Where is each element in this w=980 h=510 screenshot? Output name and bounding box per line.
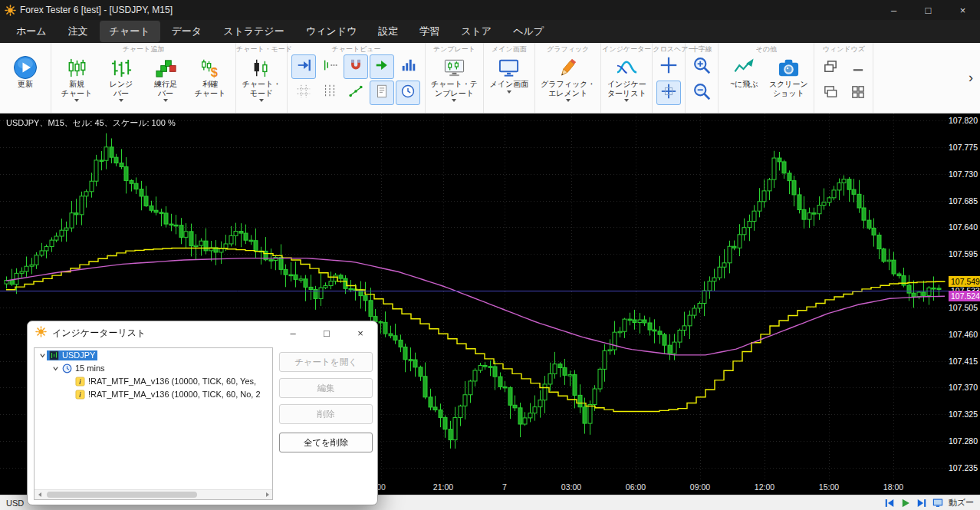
- range-bars-button[interactable]: レンジ バー: [100, 54, 143, 103]
- period-separators-button[interactable]: [317, 81, 342, 105]
- time-tick: 7: [502, 482, 507, 492]
- interpolation-button[interactable]: [344, 81, 368, 105]
- time-zones-button[interactable]: [396, 81, 420, 105]
- autoscroll-icon: [296, 58, 311, 76]
- profit-chart-button[interactable]: $利確 チャート: [189, 54, 232, 98]
- chart-template-button[interactable]: チャート・テ ンプレート: [429, 54, 479, 103]
- tree-item[interactable]: USDJPY: [35, 349, 272, 361]
- chevron-down-icon[interactable]: [38, 352, 47, 359]
- ribbon-button-label: 新規 チャート: [61, 80, 93, 97]
- magnet-button[interactable]: [344, 54, 368, 79]
- horizontal-scrollbar[interactable]: [35, 489, 272, 499]
- price-axis[interactable]: 107.820107.775107.730107.685107.640107.5…: [949, 114, 980, 479]
- delete-all-button[interactable]: 全てを削除: [279, 433, 373, 452]
- tile-windows-button[interactable]: [846, 81, 870, 106]
- minimize-icon: [850, 59, 866, 77]
- indicator-list-button[interactable]: インジケー ターリスト: [605, 54, 648, 103]
- jump-to-start-button[interactable]: [884, 498, 895, 508]
- ribbon-group-1: チャート追加新規 チャートレンジ バー練行足 バー$利確 チャート: [51, 43, 236, 113]
- price-tick: 107.775: [949, 143, 978, 152]
- chart-mode-button[interactable]: チャート・ モード: [240, 54, 283, 103]
- news-button[interactable]: [370, 81, 394, 105]
- ribbon-group-label: チャート・モード: [236, 44, 287, 54]
- crosshair-button[interactable]: [656, 54, 681, 79]
- dialog-maximize-button[interactable]: □: [310, 321, 344, 344]
- ribbon-button-label: チャート・テ ンプレート: [431, 80, 478, 97]
- chevron-down-icon[interactable]: [51, 365, 60, 372]
- ribbon-button-label: グラフィック・ エレメント: [541, 80, 595, 97]
- minimize-window-button[interactable]: [846, 56, 870, 81]
- tree-item[interactable]: 15 mins: [35, 362, 272, 374]
- scroll-left-arrow-icon[interactable]: [35, 490, 44, 499]
- jump-to-button[interactable]: ~に飛ぶ: [722, 54, 765, 90]
- price-tick: 107.640: [949, 222, 978, 232]
- status-symbol-label: USD: [6, 498, 24, 508]
- menu-tab-store[interactable]: ストア: [451, 21, 502, 42]
- ribbon: 更新チャート追加新規 チャートレンジ バー練行足 バー$利確 チャートチャート・…: [0, 43, 980, 114]
- ribbon-group-9: 十字線: [686, 43, 719, 113]
- shift-icon: [374, 58, 390, 76]
- dialog-minimize-button[interactable]: –: [276, 321, 310, 344]
- main-screen-button[interactable]: メイン画面: [488, 54, 531, 94]
- open-chart-button[interactable]: チャートを開く: [279, 352, 373, 372]
- ribbon-group-5: メイン画面メイン画面: [484, 43, 535, 113]
- minimize-button[interactable]: –: [876, 0, 911, 20]
- period-separators-icon: [322, 84, 337, 102]
- dialog-title-bar[interactable]: インジケーターリスト –□×: [28, 321, 377, 344]
- tree-item[interactable]: i!RAT_MTF_MA_v136 (10000, TICK, 60, No, …: [35, 388, 272, 400]
- menu-tab-help[interactable]: ヘルプ: [503, 21, 554, 42]
- ribbon-group-label: チャートビュー: [288, 44, 425, 54]
- menu-tab-settings[interactable]: 設定: [368, 21, 408, 42]
- screenshot-button[interactable]: スクリーン ショット: [767, 54, 810, 98]
- tree-item-label-box: i!RAT_MTF_MA_v136 (10000, TICK, 60, No, …: [73, 390, 263, 400]
- menu-tab-orders[interactable]: 注文: [58, 21, 98, 42]
- ribbon-group-label: テンプレート: [426, 44, 483, 54]
- chart-template-icon: [443, 55, 465, 80]
- symbol-icon: [49, 350, 59, 360]
- cascade-windows-button[interactable]: [818, 81, 843, 106]
- dialog-title: インジケーターリスト: [52, 327, 146, 340]
- ribbon-button-label: 練行足 バー: [154, 80, 177, 97]
- restore-window-button[interactable]: [818, 56, 843, 81]
- refresh-button[interactable]: 更新: [4, 54, 47, 90]
- new-chart-button[interactable]: 新規 チャート: [55, 54, 98, 103]
- time-tick: 12:00: [755, 482, 774, 492]
- volumes-button[interactable]: [396, 54, 420, 79]
- close-button[interactable]: ×: [945, 0, 980, 20]
- dialog-close-button[interactable]: ×: [344, 321, 377, 344]
- zoom-out-button[interactable]: [689, 81, 714, 105]
- renko-bars-button[interactable]: 練行足 バー: [144, 54, 187, 103]
- scroll-right-arrow-icon[interactable]: [262, 490, 272, 499]
- ribbon-stack: [689, 54, 714, 105]
- edit-button[interactable]: 編集: [279, 378, 373, 398]
- menu-tab-data[interactable]: データ: [162, 21, 212, 42]
- menu-tab-strategies[interactable]: ストラテジー: [213, 21, 294, 42]
- price-tick: 107.685: [949, 196, 978, 206]
- menu-tab-home[interactable]: ホーム: [6, 21, 57, 42]
- price-tick: 107.820: [949, 116, 978, 125]
- ribbon-expand-button[interactable]: ›: [962, 43, 980, 113]
- menu-tab-education[interactable]: 学習: [409, 21, 449, 42]
- crosshair-mode-button[interactable]: [656, 81, 681, 105]
- menu-tab-windows[interactable]: ウィンドウ: [296, 21, 367, 42]
- zoom-in-button[interactable]: [689, 54, 714, 79]
- grid-icon: [296, 84, 311, 102]
- price-tick: 107.505: [949, 303, 978, 312]
- chart-offset-button[interactable]: [317, 54, 342, 79]
- menu-tab-charts[interactable]: チャート: [100, 21, 160, 42]
- play-button[interactable]: [900, 498, 911, 508]
- jump-to-end-button[interactable]: [916, 498, 927, 508]
- delete-button[interactable]: 削除: [279, 404, 373, 424]
- graphic-elements-button[interactable]: グラフィック・ エレメント: [539, 54, 597, 103]
- tree-item[interactable]: i!RAT_MTF_MA_v136 (10000, TICK, 60, Yes,: [35, 375, 272, 387]
- chart-shift-button[interactable]: [370, 54, 394, 79]
- range-bars-icon: [110, 55, 133, 80]
- auto-scroll-button[interactable]: [291, 54, 316, 79]
- scrollbar-thumb[interactable]: [47, 492, 197, 498]
- chevron-down-icon: [624, 99, 629, 102]
- time-tick: 09:00: [690, 482, 710, 492]
- maximize-button[interactable]: □: [911, 0, 945, 20]
- grid-button[interactable]: [291, 81, 316, 105]
- auto-zoom-toggle-button[interactable]: [932, 498, 943, 508]
- chevron-down-icon: [507, 90, 511, 94]
